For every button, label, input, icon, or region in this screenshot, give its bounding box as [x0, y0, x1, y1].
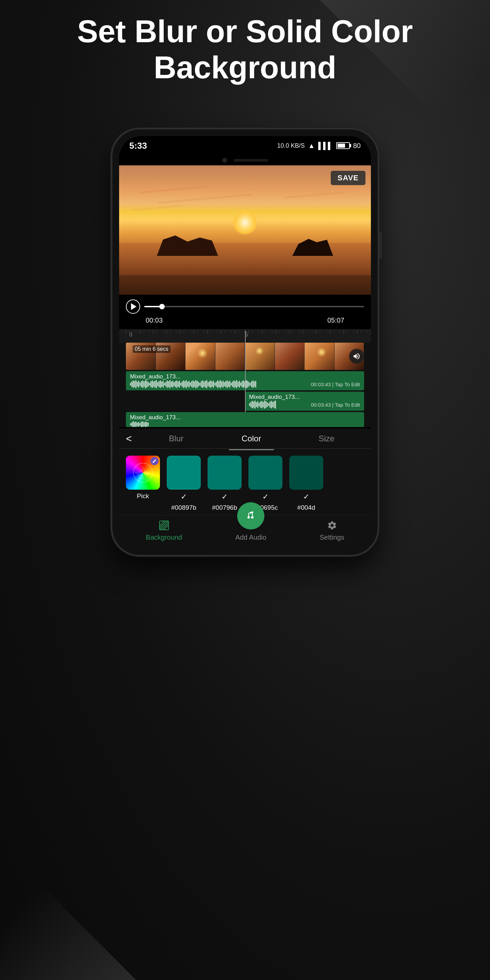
- signal-icon: ▌▌▌: [318, 142, 333, 150]
- status-right: 10.0 KB/S ▲ ▌▌▌ 80: [277, 142, 361, 150]
- nav-item-background[interactable]: Background: [146, 519, 182, 541]
- speaker-bar: [234, 159, 268, 162]
- svg-line-10: [159, 521, 169, 530]
- color-swatch-4[interactable]: ✓ #004d: [289, 456, 323, 511]
- nav-item-add-audio[interactable]: Add Audio: [235, 512, 266, 541]
- beach: [119, 275, 371, 295]
- battery-icon: [336, 142, 350, 149]
- swatch-2[interactable]: [208, 456, 242, 490]
- thumb-6: [275, 343, 305, 370]
- swatch-label-1: #00897b: [171, 504, 196, 511]
- thumb-4: [215, 343, 245, 370]
- bottom-nav: Background Add Audio: [119, 515, 371, 548]
- hero-title: Set Blur or Solid Color Background: [0, 14, 490, 86]
- swatch-3[interactable]: [248, 456, 282, 490]
- tab-color[interactable]: Color: [214, 430, 289, 447]
- progress-bar-container: [126, 299, 364, 314]
- color-wheel-svg: [133, 463, 153, 483]
- battery-level: 80: [353, 142, 361, 150]
- color-swatch-1[interactable]: ✓ #00897b: [167, 456, 201, 511]
- sound-icon: [353, 352, 361, 360]
- color-swatch-2[interactable]: ✓ #00796b: [208, 456, 242, 511]
- tab-blur[interactable]: Blur: [139, 430, 214, 447]
- speed-indicator: 10.0 KB/S: [277, 142, 305, 150]
- thumb-7: [305, 343, 334, 370]
- waveform-2: [249, 401, 276, 409]
- volume-button[interactable]: [379, 231, 382, 259]
- thumb-5: [245, 343, 275, 370]
- swatch-1[interactable]: [167, 456, 201, 490]
- audio-track-2-duration: 00:03:43 | Tap To Edit: [311, 402, 360, 408]
- strip-label: 05 min 6 secs: [133, 345, 170, 353]
- check-2: ✓: [221, 492, 228, 501]
- waveform-3: [130, 421, 360, 427]
- nav-label-settings: Settings: [320, 533, 344, 541]
- audio-track-3[interactable]: Mixed_audio_173...: [126, 412, 364, 427]
- add-audio-icon: [245, 510, 257, 522]
- nav-label-add-audio: Add Audio: [235, 533, 266, 541]
- status-bar: 5:33 10.0 KB/S ▲ ▌▌▌ 80: [119, 136, 371, 155]
- add-audio-button[interactable]: [237, 502, 264, 530]
- playhead: [245, 331, 246, 412]
- settings-nav-icon: [326, 519, 338, 531]
- video-preview: SAVE: [119, 165, 371, 295]
- thumb-sun: [197, 348, 208, 358]
- pencil-icon: [152, 459, 157, 463]
- progress-track[interactable]: [144, 306, 364, 307]
- wifi-icon: ▲: [308, 142, 315, 150]
- camera-dot: [222, 158, 227, 163]
- thumb-sun3: [317, 347, 326, 357]
- thumb-3: [185, 343, 215, 370]
- audio-track-2[interactable]: Mixed_audio_173... 00:03:43 | Tap To Edi…: [245, 392, 364, 411]
- time-display: 00:03 05:07: [126, 317, 364, 324]
- back-button[interactable]: <: [126, 433, 132, 444]
- waveform-1: [130, 380, 256, 388]
- notch-area: [119, 155, 371, 165]
- total-time: 05:07: [327, 317, 344, 324]
- current-time: 00:03: [146, 317, 163, 324]
- audio-track-2-name: Mixed_audio_173...: [249, 394, 360, 401]
- tab-bar: < Blur Color Size: [119, 428, 371, 449]
- swatch-label-4: #004d: [298, 504, 315, 511]
- swatch-4[interactable]: [289, 456, 323, 490]
- audio-track-3-name: Mixed_audio_173...: [130, 414, 360, 421]
- nav-label-background: Background: [146, 533, 182, 541]
- svg-point-16: [251, 516, 253, 519]
- pick-color-icon[interactable]: [126, 456, 160, 490]
- save-button[interactable]: SAVE: [331, 171, 366, 185]
- pick-label: Pick: [137, 492, 149, 500]
- check-4: ✓: [303, 492, 309, 501]
- swatch-label-2: #00796b: [212, 504, 237, 511]
- check-3: ✓: [262, 492, 269, 501]
- tab-size[interactable]: Size: [289, 430, 364, 447]
- phone-frame: 5:33 10.0 KB/S ▲ ▌▌▌ 80: [112, 129, 378, 555]
- progress-thumb[interactable]: [159, 304, 165, 309]
- background-icon: [159, 520, 169, 530]
- battery-fill: [337, 143, 345, 148]
- sound-button[interactable]: [349, 349, 364, 364]
- check-1: ✓: [181, 492, 187, 501]
- status-time: 5:33: [129, 140, 147, 151]
- play-triangle-icon: [131, 303, 137, 310]
- sun: [233, 211, 257, 234]
- nav-item-settings[interactable]: Settings: [320, 519, 344, 541]
- background-nav-icon: [158, 519, 170, 531]
- timeline-ruler: 0 5: [119, 329, 371, 343]
- audio-track-1-duration: 00:03:43 | Tap To Edit: [311, 382, 360, 387]
- svg-point-15: [247, 516, 250, 519]
- playback-controls: 00:03 05:07: [119, 295, 371, 329]
- settings-icon: [327, 520, 337, 530]
- color-pick[interactable]: Pick: [126, 456, 160, 500]
- play-button[interactable]: [126, 299, 140, 314]
- thumb-sun2: [255, 347, 264, 355]
